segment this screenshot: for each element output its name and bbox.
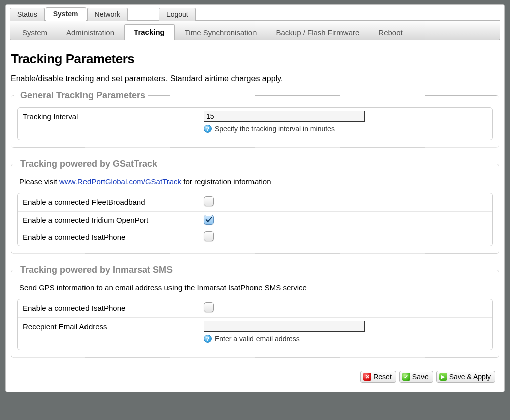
subtab-administration[interactable]: Administration bbox=[57, 25, 123, 40]
save-label: Save bbox=[412, 373, 429, 381]
checkbox-iridium-openport[interactable] bbox=[204, 215, 214, 225]
label-isatphone-gsat: Enable a connected IsatPhone bbox=[23, 233, 204, 241]
legend-gsattrack: Tracking powered by GSatTrack bbox=[17, 159, 160, 169]
help-icon: ? bbox=[204, 125, 212, 133]
help-icon: ? bbox=[204, 335, 212, 343]
tab-network[interactable]: Network bbox=[87, 8, 128, 21]
subtab-backup[interactable]: Backup / Flash Firmware bbox=[267, 25, 368, 40]
x-icon: ✕ bbox=[363, 373, 371, 381]
reset-button[interactable]: ✕ Reset bbox=[360, 371, 396, 383]
input-recipient-email[interactable] bbox=[204, 321, 365, 332]
subtab-reboot[interactable]: Reboot bbox=[369, 25, 411, 40]
help-tracking-interval: Specify the tracking interval in minutes bbox=[215, 125, 335, 133]
group-inmarsat: Tracking powered by Inmarsat SMS Send GP… bbox=[11, 265, 499, 358]
save-apply-label: Save & Apply bbox=[449, 373, 491, 381]
save-button[interactable]: ✓ Save bbox=[399, 371, 433, 383]
label-isatphone-inmarsat: Enable a connected IsatPhone bbox=[23, 304, 204, 312]
subtab-tracking[interactable]: Tracking bbox=[124, 24, 175, 40]
label-iridium-openport: Enable a connected Iridium OpenPort bbox=[23, 216, 204, 224]
checkbox-fleetbroadband[interactable] bbox=[204, 196, 214, 206]
tab-logout[interactable]: Logout bbox=[159, 8, 196, 21]
label-fleetbroadband: Enable a connected FleetBroadband bbox=[23, 198, 204, 206]
save-apply-button[interactable]: Save & Apply bbox=[436, 371, 495, 383]
tab-status[interactable]: Status bbox=[10, 8, 45, 21]
check-icon: ✓ bbox=[402, 373, 410, 381]
subtab-time-sync[interactable]: Time Synchronisation bbox=[176, 25, 266, 40]
link-redportglobal[interactable]: www.RedPortGlobal.com/GSatTrack bbox=[59, 177, 181, 186]
legend-general: General Tracking Parameters bbox=[17, 90, 148, 101]
intro-gsattrack: Please visit www.RedPortGlobal.com/GSatT… bbox=[19, 177, 491, 186]
top-tabrow: Status System Network Logout bbox=[10, 7, 500, 21]
tab-system[interactable]: System bbox=[46, 7, 86, 21]
help-recipient-email: Enter a valid email address bbox=[215, 335, 300, 343]
group-general: General Tracking Parameters Tracking Int… bbox=[11, 90, 499, 148]
reset-label: Reset bbox=[373, 373, 392, 381]
label-recipient-email: Recepient Email Address bbox=[23, 322, 204, 331]
checkbox-isatphone-inmarsat[interactable] bbox=[204, 302, 214, 312]
intro-inmarsat: Send GPS information to an email address… bbox=[19, 283, 491, 292]
legend-inmarsat: Tracking powered by Inmarsat SMS bbox=[17, 265, 176, 275]
input-tracking-interval[interactable] bbox=[204, 111, 365, 122]
page-title: Tracking Parameters bbox=[11, 51, 499, 69]
subtab-system[interactable]: System bbox=[13, 25, 56, 40]
sub-tabrow: System Administration Tracking Time Sync… bbox=[10, 21, 500, 40]
play-icon bbox=[439, 373, 447, 381]
page-description: Enable/disable tracking and set paramete… bbox=[11, 74, 499, 83]
label-tracking-interval: Tracking Interval bbox=[23, 112, 204, 121]
group-gsattrack: Tracking powered by GSatTrack Please vis… bbox=[11, 159, 499, 254]
checkbox-isatphone-gsat[interactable] bbox=[204, 231, 214, 241]
